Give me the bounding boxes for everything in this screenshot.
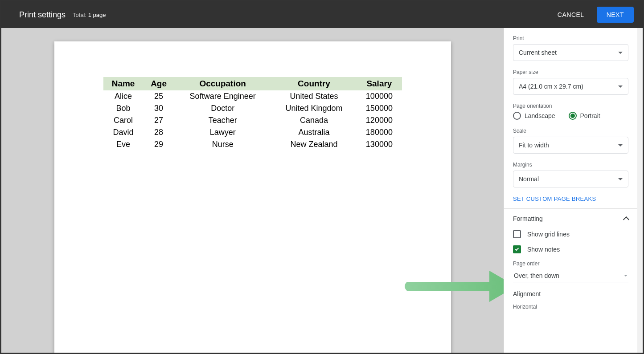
orientation-label: Page orientation <box>513 103 628 109</box>
formatting-section-toggle[interactable]: Formatting <box>513 215 628 222</box>
table-cell: 28 <box>144 126 174 138</box>
alignment-label: Alignment <box>513 290 628 297</box>
preview-page: Name Age Occupation Country Salary Alice… <box>54 41 451 353</box>
table-cell: David <box>103 126 144 138</box>
table-cell: Software Engineer <box>174 90 271 102</box>
scrollbar[interactable] <box>637 28 643 353</box>
table-cell: 130000 <box>357 138 402 151</box>
table-row: Eve29NurseNew Zealand130000 <box>103 138 402 151</box>
table-row: Carol27TeacherCanada120000 <box>103 114 402 126</box>
table-cell: 29 <box>144 138 174 151</box>
table-cell: 100000 <box>357 90 402 102</box>
table-cell: 180000 <box>357 126 402 138</box>
cancel-button[interactable]: CANCEL <box>550 7 592 23</box>
table-cell: Lawyer <box>174 126 271 138</box>
table-cell: 25 <box>144 90 174 102</box>
header-bar: Print settings Total: 1 page CANCEL NEXT <box>1 1 643 28</box>
scale-select[interactable]: Fit to width <box>513 137 628 154</box>
page-title: Print settings <box>19 10 66 20</box>
checkbox-icon <box>513 245 521 253</box>
portrait-radio[interactable]: Portrait <box>569 112 600 120</box>
chevron-down-icon <box>618 85 623 88</box>
table-cell: Carol <box>103 114 144 126</box>
margins-label: Margins <box>513 162 628 168</box>
page-order-label: Page order <box>513 260 628 267</box>
table-cell: Doctor <box>174 102 271 114</box>
table-cell: New Zealand <box>271 138 357 151</box>
col-header: Age <box>144 77 174 90</box>
table-row: David28LawyerAustralia180000 <box>103 126 402 138</box>
show-notes-checkbox[interactable]: Show notes <box>513 245 628 253</box>
checkbox-icon <box>513 230 521 238</box>
col-header: Salary <box>357 77 402 90</box>
table-cell: 120000 <box>357 114 402 126</box>
radio-icon <box>513 112 521 120</box>
chevron-down-icon <box>618 178 623 180</box>
table-cell: 30 <box>144 102 174 114</box>
next-button[interactable]: NEXT <box>597 7 634 23</box>
print-label: Print <box>513 35 628 41</box>
table-cell: United States <box>271 90 357 102</box>
table-cell: Australia <box>271 126 357 138</box>
page-count: Total: 1 page <box>73 12 106 18</box>
print-preview-area: Name Age Occupation Country Salary Alice… <box>1 28 504 353</box>
table-cell: United Kingdom <box>271 102 357 114</box>
table-cell: Canada <box>271 114 357 126</box>
table-cell: Teacher <box>174 114 271 126</box>
settings-sidebar: Print Current sheet Paper size A4 (21.0 … <box>504 28 637 353</box>
table-cell: Bob <box>103 102 144 114</box>
page-order-select[interactable]: Over, then down <box>513 269 628 282</box>
scale-label: Scale <box>513 128 628 134</box>
table-row: Bob30DoctorUnited Kingdom150000 <box>103 102 402 114</box>
table-cell: 27 <box>144 114 174 126</box>
col-header: Name <box>103 77 144 90</box>
col-header: Country <box>271 77 357 90</box>
data-table: Name Age Occupation Country Salary Alice… <box>103 77 402 151</box>
chevron-up-icon <box>623 216 629 223</box>
chevron-down-icon <box>624 275 628 277</box>
col-header: Occupation <box>174 77 271 90</box>
table-row: Alice25Software EngineerUnited States100… <box>103 90 402 102</box>
table-cell: Eve <box>103 138 144 151</box>
divider <box>504 208 637 209</box>
radio-icon <box>569 112 577 120</box>
table-cell: Nurse <box>174 138 271 151</box>
chevron-down-icon <box>618 144 623 146</box>
landscape-radio[interactable]: Landscape <box>513 112 555 120</box>
margins-select[interactable]: Normal <box>513 171 628 187</box>
paper-size-select[interactable]: A4 (21.0 cm x 29.7 cm) <box>513 78 628 95</box>
table-cell: Alice <box>103 90 144 102</box>
paper-size-label: Paper size <box>513 69 628 75</box>
table-cell: 150000 <box>357 102 402 114</box>
show-gridlines-checkbox[interactable]: Show grid lines <box>513 230 628 238</box>
custom-page-breaks-link[interactable]: SET CUSTOM PAGE BREAKS <box>513 195 628 202</box>
horizontal-label: Horizontal <box>513 304 628 310</box>
print-select[interactable]: Current sheet <box>513 44 628 61</box>
chevron-down-icon <box>618 52 623 54</box>
